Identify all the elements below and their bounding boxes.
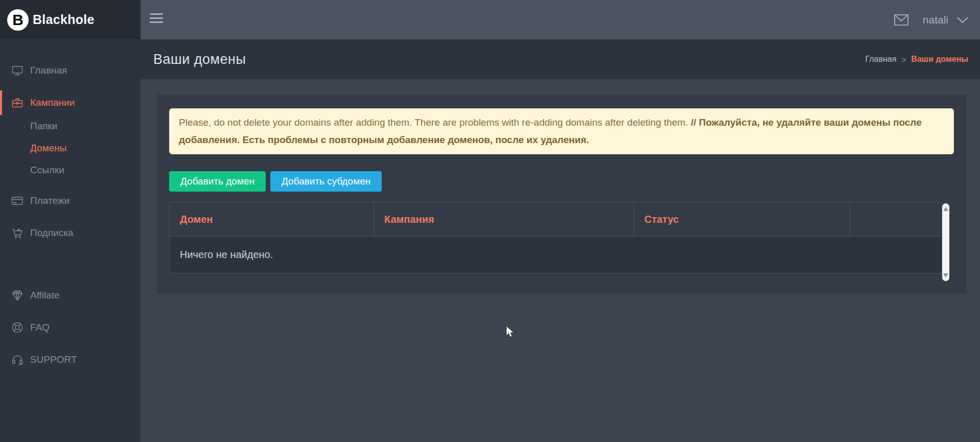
column-header-empty xyxy=(850,202,942,236)
gem-icon xyxy=(11,289,24,301)
warning-alert-text-en: Please, do not delete your domains after… xyxy=(179,117,688,128)
scroll-down-icon[interactable] xyxy=(943,273,948,277)
actions-row: Добавить домен Добавить субдомен xyxy=(169,171,382,192)
lifebuoy-icon xyxy=(11,321,24,334)
sidebar-item-support[interactable]: SUPPORT xyxy=(0,347,141,372)
menu-toggle-icon[interactable] xyxy=(150,13,163,26)
mail-icon[interactable] xyxy=(894,14,908,26)
briefcase-icon xyxy=(11,97,24,109)
user-menu[interactable]: natali xyxy=(923,14,969,26)
content-area: Please, do not delete your domains after… xyxy=(141,79,980,442)
sidebar-item-affiliate[interactable]: Affilate xyxy=(0,283,141,308)
sidebar-item-domains[interactable]: Домены xyxy=(0,137,141,159)
breadcrumb: Главная > Ваши домены xyxy=(865,55,968,64)
sidebar-item-links[interactable]: Ссылки xyxy=(0,159,141,181)
breadcrumb-separator-icon: > xyxy=(901,55,906,64)
table-header-row: ДоменКампанияСтатус xyxy=(169,202,942,236)
warning-alert: Please, do not delete your domains after… xyxy=(169,108,954,154)
domains-panel: Please, do not delete your domains after… xyxy=(157,95,966,294)
sidebar-item-subscription[interactable]: Подписка xyxy=(0,221,141,245)
sidebar-item-payments[interactable]: Платежи xyxy=(0,189,141,213)
cart-plus-icon xyxy=(11,227,24,239)
brand-logo-letter: B xyxy=(12,11,24,29)
brand-name: Blackhole xyxy=(33,12,95,27)
page-title: Ваши домены xyxy=(153,52,246,67)
empty-message: Ничего не найдено. xyxy=(180,249,273,261)
breadcrumb-current: Ваши домены xyxy=(911,55,968,64)
domains-table: ДоменКампанияСтатус Ничего не найдено. xyxy=(169,202,942,273)
sidebar-item-faq[interactable]: FAQ xyxy=(0,315,141,340)
topbar: natali xyxy=(141,0,980,39)
table-scrollbar[interactable] xyxy=(942,203,949,281)
credit-card-icon xyxy=(11,195,24,207)
topbar-right: natali xyxy=(894,0,969,39)
sidebar-item-campaigns[interactable]: Кампании xyxy=(0,90,141,115)
username: natali xyxy=(923,14,948,26)
sidebar: Главная Кампании Папки Домены Ссылки Пла… xyxy=(0,39,141,442)
brand-logo[interactable]: B Blackhole xyxy=(0,0,141,39)
add-domain-button[interactable]: Добавить домен xyxy=(169,171,266,192)
page-titlebar: Ваши домены Главная > Ваши домены xyxy=(141,39,980,79)
table-empty-row: Ничего не найдено. xyxy=(169,236,942,273)
brand-logo-icon: B xyxy=(7,9,29,31)
chevron-down-icon xyxy=(956,16,969,24)
breadcrumb-home[interactable]: Главная xyxy=(865,55,896,64)
column-header: Домен xyxy=(170,202,374,236)
column-header: Кампания xyxy=(374,202,634,236)
scroll-up-icon[interactable] xyxy=(943,207,948,211)
monitor-icon xyxy=(11,64,24,77)
sidebar-item-folders[interactable]: Папки xyxy=(0,115,141,137)
column-header: Статус xyxy=(634,202,850,236)
headset-icon xyxy=(11,354,24,366)
sidebar-item-home[interactable]: Главная xyxy=(0,58,141,83)
add-subdomain-button[interactable]: Добавить субдомен xyxy=(270,171,382,192)
